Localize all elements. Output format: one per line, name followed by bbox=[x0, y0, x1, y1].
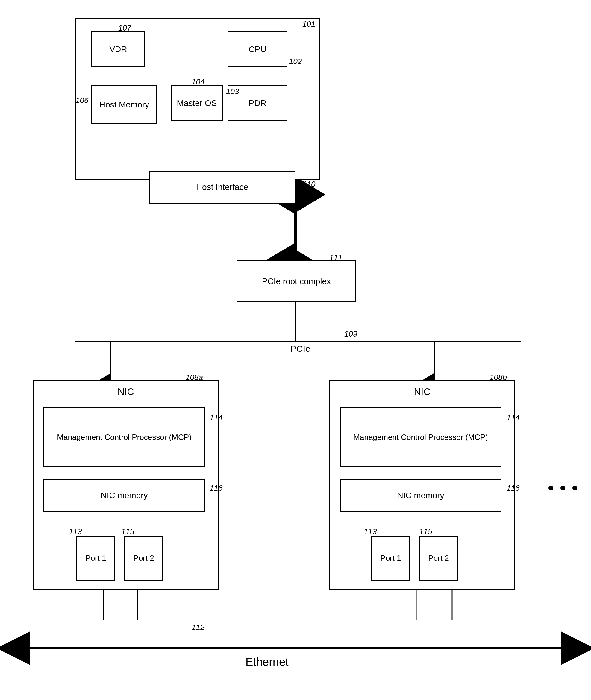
diagram: 101 CPU 102 PDR 103 Master OS 104 VDR 10… bbox=[0, 0, 591, 700]
nic-memory-a-box: NIC memory bbox=[44, 479, 205, 512]
ref-104: 104 bbox=[192, 77, 204, 86]
nic-memory-a-label: NIC memory bbox=[101, 490, 148, 501]
port1-a-box: Port 1 bbox=[76, 536, 115, 581]
ref-102: 102 bbox=[289, 57, 302, 66]
ref-108a: 108a bbox=[186, 373, 203, 382]
port2-a-label: Port 2 bbox=[133, 553, 154, 564]
ref-111: 111 bbox=[329, 253, 342, 262]
pdr-label: PDR bbox=[249, 98, 266, 109]
mcp-a-box: Management Control Processor (MCP) bbox=[44, 407, 205, 467]
ref-103: 103 bbox=[226, 87, 239, 96]
host-interface-box: Host Interface bbox=[149, 171, 296, 204]
ref-114-b: 114 bbox=[507, 413, 519, 423]
ref-113-b: 113 bbox=[364, 527, 377, 536]
mcp-a-label: Management Control Processor (MCP) bbox=[57, 432, 191, 443]
nic-b-label: NIC bbox=[414, 386, 430, 398]
svg-point-17 bbox=[561, 486, 565, 491]
ref-116-a: 116 bbox=[210, 484, 222, 493]
svg-point-18 bbox=[573, 486, 577, 491]
ref-115-b: 115 bbox=[419, 527, 432, 536]
port2-a-box: Port 2 bbox=[124, 536, 163, 581]
cpu-box: CPU bbox=[227, 31, 287, 67]
host-interface-label: Host Interface bbox=[196, 182, 248, 193]
nic-a-label: NIC bbox=[117, 386, 134, 398]
pcie-line-label: PCIe bbox=[290, 344, 311, 354]
mcp-b-label: Management Control Processor (MCP) bbox=[353, 432, 488, 443]
vdr-label: VDR bbox=[109, 44, 127, 55]
port1-b-box: Port 1 bbox=[371, 536, 410, 581]
ref-112: 112 bbox=[192, 623, 204, 632]
ref-106: 106 bbox=[75, 96, 88, 105]
ref-113-a: 113 bbox=[69, 527, 82, 536]
port1-b-label: Port 1 bbox=[380, 553, 401, 564]
host-memory-box: Host Memory bbox=[91, 85, 157, 124]
master-os-label: Master OS bbox=[177, 98, 217, 109]
port2-b-box: Port 2 bbox=[419, 536, 458, 581]
svg-point-16 bbox=[548, 486, 553, 491]
nic-memory-b-label: NIC memory bbox=[397, 490, 444, 501]
vdr-box: VDR bbox=[91, 31, 145, 67]
mcp-b-box: Management Control Processor (MCP) bbox=[340, 407, 502, 467]
ethernet-label: Ethernet bbox=[246, 656, 288, 669]
ref-110: 110 bbox=[303, 180, 315, 189]
pcie-root-box: PCIe root complex bbox=[237, 260, 356, 302]
ref-116-b: 116 bbox=[507, 484, 519, 493]
ref-108b: 108b bbox=[489, 373, 507, 382]
port1-a-label: Port 1 bbox=[85, 553, 106, 564]
ref-114-a: 114 bbox=[210, 413, 222, 423]
ref-101: 101 bbox=[303, 19, 315, 29]
ref-109: 109 bbox=[344, 329, 357, 339]
host-memory-label: Host Memory bbox=[100, 100, 149, 110]
pcie-root-label: PCIe root complex bbox=[262, 276, 331, 287]
port2-b-label: Port 2 bbox=[428, 553, 449, 564]
ref-107: 107 bbox=[118, 23, 131, 33]
nic-memory-b-box: NIC memory bbox=[340, 479, 502, 512]
cpu-label: CPU bbox=[249, 44, 266, 55]
ref-115-a: 115 bbox=[121, 527, 134, 536]
master-os-box: Master OS bbox=[171, 85, 223, 121]
